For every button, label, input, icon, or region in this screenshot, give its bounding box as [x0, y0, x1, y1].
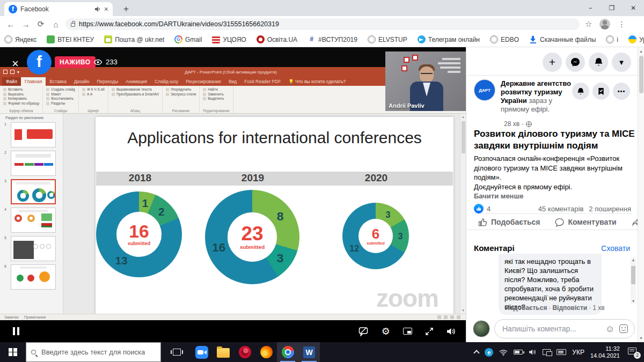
messenger-button[interactable] — [566, 53, 585, 72]
sticker-icon[interactable] — [619, 324, 628, 333]
taskbar-app-zoom[interactable] — [191, 342, 213, 362]
see-less-link[interactable]: Бачити менше — [474, 192, 524, 200]
ribbon-tab-1[interactable]: Файл — [2, 77, 21, 86]
follow-bell-button[interactable] — [572, 83, 589, 100]
page-name[interactable]: Державне агентство розвитку туризму Укра… — [501, 79, 581, 114]
ribbon-control[interactable]: Заменить — [203, 92, 230, 97]
taskbar-search[interactable] — [26, 342, 161, 362]
tab-close-icon[interactable]: × — [104, 5, 108, 13]
ribbon-control[interactable]: Вырезать — [3, 92, 39, 97]
ribbon-control[interactable]: Восстановить — [46, 97, 75, 101]
browser-tab[interactable]: f Facebook × — [4, 2, 113, 16]
new-tab-button[interactable]: + — [119, 3, 133, 16]
taskbar-search-input[interactable] — [40, 348, 156, 357]
bookmark-item[interactable]: Уряд затвердив Пл... — [628, 35, 644, 43]
video-player[interactable]: ▾ ДАРТ - PowerPoint (Сбой активации прод… — [0, 47, 466, 342]
comment-input[interactable] — [501, 324, 601, 334]
ribbon-tab-10[interactable]: Foxit Reader PDF — [240, 77, 284, 86]
scroll-up-icon[interactable]: ▴ — [460, 115, 466, 119]
status-item[interactable]: Заметки — [4, 315, 19, 319]
comments-scrollbar[interactable]: ▴ ▾ — [631, 257, 636, 304]
taskbar-app-chrome[interactable] — [277, 342, 298, 362]
ribbon-tab-8[interactable]: Рецензирование — [182, 77, 225, 86]
scroll-down-icon[interactable]: ▾ — [460, 308, 466, 313]
settings-gear-icon[interactable]: ⚙ — [382, 327, 390, 336]
account-menu-button[interactable]: ▼ — [612, 53, 631, 72]
bookmark-item[interactable]: #ВСТУП2019 — [308, 35, 357, 43]
comment-button[interactable]: Коментувати — [547, 215, 624, 229]
saved-button[interactable] — [592, 83, 610, 100]
bookmark-item[interactable]: Освіта.UA — [257, 35, 297, 43]
scroll-thumb[interactable] — [462, 121, 465, 153]
bookmark-item[interactable]: Пошта @ ukr.net — [104, 35, 164, 43]
ribbon-control[interactable]: Формат по образцу — [3, 101, 39, 106]
start-button[interactable] — [0, 342, 26, 362]
comment-reply-link[interactable]: Відповісти — [552, 304, 587, 312]
ribbon-tab-9[interactable]: Вид — [225, 77, 240, 86]
like-count[interactable]: 4 — [487, 205, 491, 213]
ribbon-control[interactable]: Найти — [203, 87, 230, 92]
bookmark-star-icon[interactable]: ☆ — [585, 19, 592, 29]
taskbar-app-explorer[interactable] — [213, 342, 234, 362]
refresh-icon[interactable]: ⟳ — [33, 19, 48, 29]
scroll-down-icon[interactable]: ▾ — [631, 299, 636, 304]
bookmark-item[interactable]: Телеграм онлайн — [418, 35, 480, 43]
like-button[interactable]: Подобається — [471, 215, 547, 229]
status-item[interactable]: Примечания — [24, 315, 46, 319]
slide-thumbnail-4[interactable] — [11, 208, 56, 233]
create-button[interactable]: + — [543, 53, 562, 72]
ribbon-tab-6[interactable]: Анимация — [122, 77, 151, 86]
tell-me-box[interactable]: 💡 Что вы хотите сделать? — [284, 77, 349, 86]
bookmark-item[interactable]: Яндекс — [4, 35, 36, 43]
slide-scrollbar[interactable]: ▴ ▾ — [460, 114, 466, 314]
bookmark-item[interactable]: EDBO — [490, 35, 519, 43]
taskbar-clock[interactable]: 11:32 14.04.2021 — [590, 345, 620, 359]
slide-thumbnail-5[interactable] — [11, 236, 56, 261]
comment-like-link[interactable]: Подобається — [505, 304, 547, 312]
ribbon-tab-4[interactable]: Дизайн — [70, 77, 93, 86]
comments-toggle-icon[interactable] — [358, 327, 369, 336]
view-buttons[interactable] — [437, 315, 460, 319]
forward-icon[interactable]: → — [18, 20, 33, 29]
language-indicator[interactable]: УКР — [572, 349, 584, 356]
fullscreen-icon[interactable] — [425, 327, 434, 336]
hide-comments-link[interactable]: Сховати — [601, 244, 630, 253]
slide-thumbnail-6[interactable] — [11, 264, 56, 290]
scroll-up-icon[interactable]: ▴ — [638, 49, 644, 54]
ribbon-tab-7[interactable]: Слайд-шоу — [151, 77, 182, 86]
bookmark-item[interactable]: ELVSTUP — [368, 35, 407, 43]
comments-count[interactable]: 45 коментарів — [538, 205, 584, 213]
ribbon-control[interactable]: Экспресс-стили — [166, 92, 196, 97]
minimize-button[interactable]: − — [580, 0, 601, 16]
display-tray-icon[interactable] — [543, 349, 551, 355]
wifi-icon[interactable] — [499, 349, 508, 356]
taskbar-app-firefox[interactable] — [255, 342, 277, 362]
restore-button[interactable]: ❐ — [601, 0, 623, 16]
keyboard-tray-icon[interactable] — [557, 349, 566, 355]
shares-count[interactable]: 2 поширення — [589, 205, 631, 213]
ribbon-control[interactable]: Упорядочить — [166, 87, 196, 92]
action-center-button[interactable]: 2 — [628, 347, 640, 358]
post-timestamp[interactable]: 28 хв· — [504, 120, 532, 128]
tray-expand-icon[interactable] — [474, 350, 480, 356]
home-icon[interactable]: ⌂ — [48, 20, 63, 29]
sidebar-scrollbar[interactable]: ▴ ▾ — [638, 47, 644, 342]
task-view-button[interactable] — [169, 349, 185, 356]
bookmark-item[interactable]: ВТЕІ КНТЕУ — [47, 35, 94, 43]
back-icon[interactable]: ← — [3, 20, 18, 29]
page-avatar[interactable]: ДАРТ — [474, 79, 495, 101]
scroll-thumb[interactable] — [639, 56, 643, 93]
ribbon-control[interactable]: Разделы — [46, 101, 75, 106]
scroll-up-icon[interactable]: ▴ — [631, 257, 636, 262]
antivirus-tray-icon[interactable]: e — [485, 348, 493, 357]
ribbon-control[interactable]: Создать слайд — [46, 87, 75, 92]
like-reaction-icon[interactable] — [474, 204, 484, 213]
ribbon-control[interactable]: Копировать — [3, 97, 39, 101]
scroll-down-icon[interactable]: ▾ — [638, 336, 644, 341]
bookmark-item[interactable]: Gmail — [174, 35, 202, 43]
ribbon-control[interactable]: Вставить — [3, 87, 39, 92]
ribbon-control[interactable]: А А — [82, 92, 105, 97]
notifications-button[interactable] — [589, 53, 608, 72]
profile-avatar[interactable] — [599, 19, 610, 29]
url-field[interactable]: https://www.facebook.com/DARTUkraine/vid… — [65, 18, 580, 30]
